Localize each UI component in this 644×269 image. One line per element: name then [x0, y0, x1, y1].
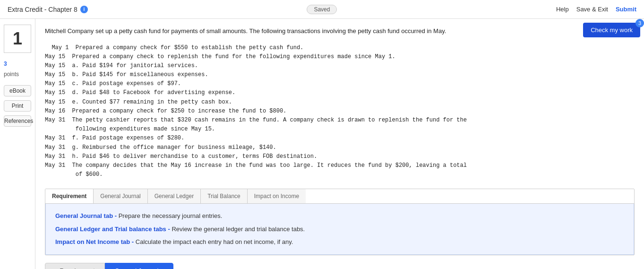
instructions-line3-text: Calculate the impact each entry had on n… — [136, 238, 293, 245]
problem-intro: Mitchell Company set up a petty cash fun… — [45, 26, 635, 36]
instructions-line3-bold: Impact on Net Income tab - — [55, 238, 134, 245]
prev-button[interactable]: ‹ Requirement — [45, 263, 105, 269]
instructions-line1-text: Prepare the necessary journal entries. — [119, 212, 223, 219]
check-my-work-label: Check my work — [591, 26, 633, 34]
saved-badge: Saved — [307, 5, 337, 14]
next-button[interactable]: General Journal › — [105, 263, 173, 269]
instructions-panel: General Journal tab - Prepare the necess… — [45, 204, 634, 255]
info-icon[interactable]: i — [80, 6, 88, 13]
points-value: 3 — [4, 61, 31, 67]
question-number: 1 — [13, 29, 22, 49]
tab-general-ledger[interactable]: General Ledger — [148, 189, 201, 203]
sidebar: 1 3 points eBook Print References — [0, 19, 35, 269]
references-button[interactable]: References — [4, 115, 31, 127]
instructions-line2-bold: General Ledger and Trial balance tabs - — [55, 226, 170, 233]
transactions-block: May 1 Prepared a company check for $550 … — [45, 43, 635, 180]
header: Extra Credit - Chapter 8 i Saved Help Sa… — [0, 0, 644, 19]
points-label: points — [4, 71, 31, 78]
tabs-container: Requirement General Journal General Ledg… — [45, 189, 635, 255]
next-label: General Journal — [115, 267, 159, 269]
tabs-header: Requirement General Journal General Ledg… — [45, 189, 634, 204]
tab-requirement[interactable]: Requirement — [45, 189, 94, 203]
header-left: Extra Credit - Chapter 8 i — [8, 6, 88, 13]
nav-buttons: ‹ Requirement General Journal › — [45, 263, 635, 269]
next-icon: › — [161, 267, 163, 269]
tab-general-journal[interactable]: General Journal — [94, 189, 147, 203]
page-title: Extra Credit - Chapter 8 — [8, 6, 77, 13]
prev-icon: ‹ — [55, 267, 57, 269]
print-button[interactable]: Print — [4, 100, 31, 112]
question-number-box: 1 — [4, 25, 31, 53]
check-my-work-button[interactable]: Check my work 3 — [583, 23, 640, 37]
tab-impact-on-income[interactable]: Impact on Income — [248, 189, 306, 203]
check-badge: 3 — [635, 19, 644, 27]
submit-button[interactable]: Submit — [616, 6, 636, 13]
content-area: Mitchell Company set up a petty cash fun… — [35, 19, 644, 269]
help-link[interactable]: Help — [556, 6, 569, 13]
save-exit-button[interactable]: Save & Exit — [576, 6, 608, 13]
tab-trial-balance[interactable]: Trial Balance — [201, 189, 248, 203]
instructions-line1: General Journal tab - Prepare the necess… — [55, 211, 624, 221]
instructions-line1-bold: General Journal tab - — [55, 212, 117, 219]
instructions-line2: General Ledger and Trial balance tabs - … — [55, 225, 624, 234]
instructions-line3: Impact on Net Income tab - Calculate the… — [55, 237, 624, 247]
main-container: 1 3 points eBook Print References Mitche… — [0, 19, 644, 269]
header-center: Saved — [307, 5, 337, 14]
check-my-work-container: Check my work 3 — [583, 19, 644, 37]
ebook-button[interactable]: eBook — [4, 85, 31, 96]
prev-label: Requirement — [60, 267, 94, 269]
instructions-line2-text: Review the general ledger and trial bala… — [172, 226, 305, 233]
header-right: Help Save & Exit Submit — [556, 6, 636, 13]
